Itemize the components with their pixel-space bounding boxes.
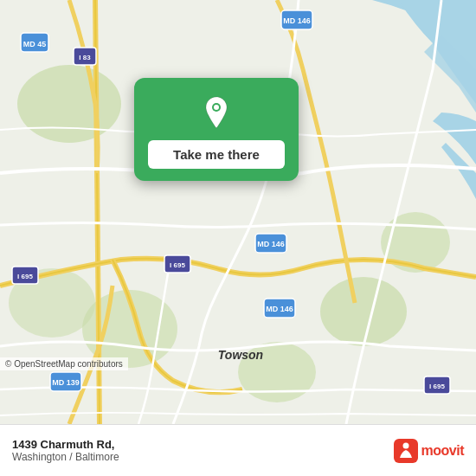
- svg-text:MD 146: MD 146: [283, 16, 311, 25]
- svg-point-2: [320, 277, 407, 346]
- svg-text:MD 146: MD 146: [266, 305, 293, 313]
- copyright-text: © OpenStreetMap contributors: [5, 359, 123, 369]
- svg-text:I 695: I 695: [17, 273, 33, 280]
- address-line: 1439 Charmuth Rd,: [12, 438, 119, 451]
- map-container: MD 45 I 83 MD 146 MD 146 MD 146 I 695 I …: [0, 0, 476, 424]
- svg-text:Towson: Towson: [218, 348, 263, 362]
- svg-text:I 695: I 695: [429, 383, 445, 390]
- svg-text:I 695: I 695: [170, 261, 185, 269]
- location-pin-icon: [197, 93, 235, 132]
- svg-text:MD 139: MD 139: [52, 378, 80, 387]
- moovit-text: moovit: [421, 443, 464, 459]
- bottom-bar: 1439 Charmuth Rd, Washington / Baltimore…: [0, 424, 476, 476]
- address-info: 1439 Charmuth Rd, Washington / Baltimore: [12, 438, 119, 463]
- svg-point-27: [214, 105, 219, 110]
- take-me-there-button[interactable]: Take me there: [148, 140, 285, 169]
- svg-text:MD 45: MD 45: [23, 40, 47, 48]
- svg-text:MD 146: MD 146: [257, 240, 285, 248]
- popup-card: Take me there: [134, 78, 299, 181]
- copyright-bar: © OpenStreetMap contributors: [0, 357, 128, 370]
- city-line: Washington / Baltimore: [12, 451, 119, 463]
- moovit-logo: moovit: [394, 439, 464, 463]
- moovit-icon: [394, 439, 418, 463]
- svg-text:I 83: I 83: [79, 54, 91, 61]
- svg-point-29: [402, 442, 408, 448]
- svg-point-1: [17, 65, 121, 143]
